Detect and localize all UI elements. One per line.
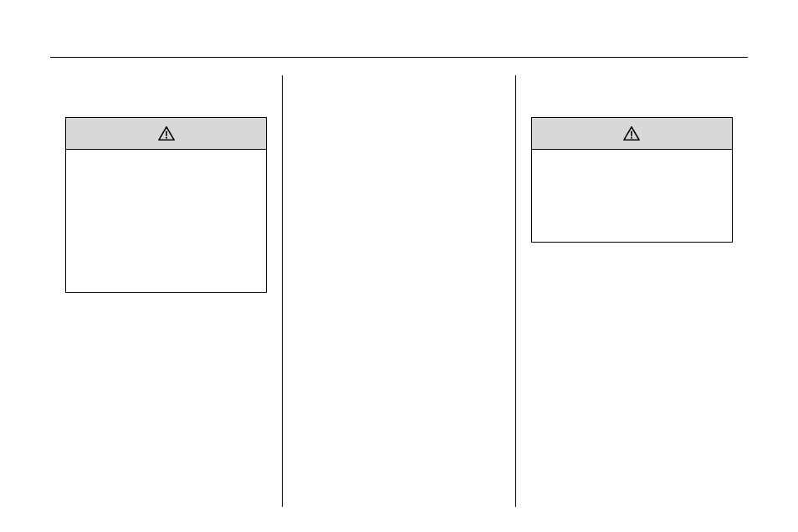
horizontal-rule: [50, 57, 748, 58]
column-left: [50, 75, 282, 507]
warning-body-right: [532, 150, 732, 242]
warning-box-right: [531, 117, 733, 243]
svg-point-3: [631, 136, 632, 138]
svg-point-1: [166, 136, 167, 138]
warning-triangle-icon: [157, 125, 176, 143]
warning-header-right: [532, 118, 732, 150]
warning-triangle-icon: [622, 125, 641, 143]
column-middle: [282, 75, 514, 507]
warning-box-left: [65, 117, 267, 293]
warning-header-left: [66, 118, 266, 150]
column-right: [515, 75, 748, 507]
warning-body-left: [66, 150, 266, 292]
column-container: [50, 75, 748, 507]
